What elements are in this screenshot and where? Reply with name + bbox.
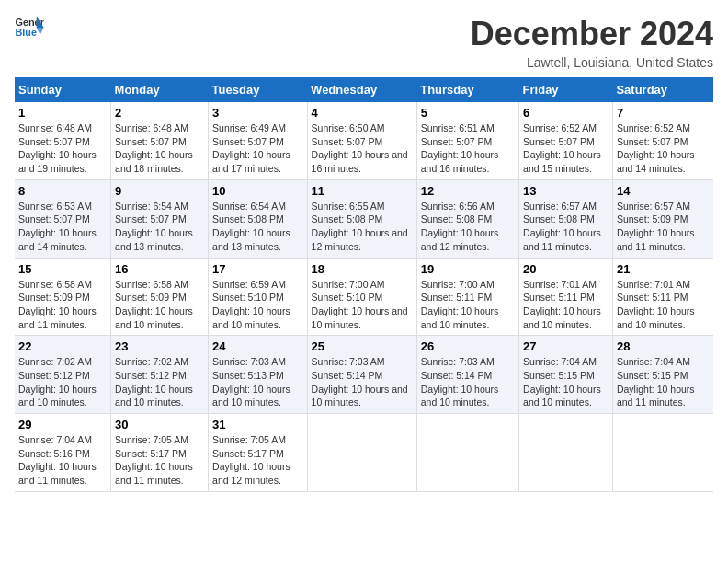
month-title: December 2024: [471, 15, 713, 53]
column-header-wednesday: Wednesday: [307, 77, 416, 102]
header-row: SundayMondayTuesdayWednesdayThursdayFrid…: [15, 77, 713, 102]
day-info: Sunrise: 6:48 AMSunset: 5:07 PMDaylight:…: [115, 121, 204, 176]
week-row-5: 29Sunrise: 7:04 AMSunset: 5:16 PMDayligh…: [15, 414, 713, 492]
day-info: Sunrise: 6:50 AMSunset: 5:07 PMDaylight:…: [312, 121, 413, 176]
column-header-sunday: Sunday: [15, 77, 111, 102]
day-info: Sunrise: 7:04 AMSunset: 5:15 PMDaylight:…: [617, 355, 710, 409]
day-number: 8: [18, 184, 107, 198]
day-info: Sunrise: 7:04 AMSunset: 5:16 PMDaylight:…: [18, 433, 107, 488]
calendar-cell: 27Sunrise: 7:04 AMSunset: 5:15 PMDayligh…: [519, 336, 613, 414]
day-info: Sunrise: 7:03 AMSunset: 5:14 PMDaylight:…: [421, 355, 515, 409]
day-number: 24: [212, 339, 303, 353]
day-info: Sunrise: 7:03 AMSunset: 5:13 PMDaylight:…: [212, 355, 303, 409]
day-info: Sunrise: 7:00 AMSunset: 5:11 PMDaylight:…: [421, 278, 515, 332]
day-info: Sunrise: 6:52 AMSunset: 5:07 PMDaylight:…: [617, 121, 710, 176]
calendar-cell: 4Sunrise: 6:50 AMSunset: 5:07 PMDaylight…: [307, 102, 416, 179]
week-row-3: 15Sunrise: 6:58 AMSunset: 5:09 PMDayligh…: [15, 258, 713, 336]
day-number: 10: [212, 184, 303, 198]
page-header: General Blue December 2024 Lawtell, Loui…: [15, 15, 713, 70]
day-number: 25: [312, 339, 413, 353]
calendar-cell: 6Sunrise: 6:52 AMSunset: 5:07 PMDaylight…: [519, 102, 613, 179]
day-info: Sunrise: 7:02 AMSunset: 5:12 PMDaylight:…: [18, 355, 107, 409]
calendar-cell: 1Sunrise: 6:48 AMSunset: 5:07 PMDaylight…: [15, 102, 111, 179]
day-info: Sunrise: 6:55 AMSunset: 5:08 PMDaylight:…: [312, 200, 413, 254]
day-info: Sunrise: 6:48 AMSunset: 5:07 PMDaylight:…: [18, 121, 107, 176]
day-info: Sunrise: 6:53 AMSunset: 5:07 PMDaylight:…: [18, 200, 107, 254]
day-number: 18: [312, 262, 413, 276]
calendar-cell: 10Sunrise: 6:54 AMSunset: 5:08 PMDayligh…: [209, 179, 308, 258]
calendar-cell: 7Sunrise: 6:52 AMSunset: 5:07 PMDaylight…: [612, 102, 713, 179]
day-number: 15: [18, 262, 107, 276]
day-number: 12: [421, 184, 515, 198]
day-number: 9: [115, 184, 204, 198]
day-info: Sunrise: 7:04 AMSunset: 5:15 PMDaylight:…: [523, 355, 609, 409]
day-number: 30: [115, 418, 204, 431]
day-number: 11: [312, 184, 413, 198]
calendar-cell: 26Sunrise: 7:03 AMSunset: 5:14 PMDayligh…: [416, 336, 518, 414]
column-header-friday: Friday: [519, 77, 613, 102]
day-number: 27: [523, 339, 609, 353]
day-info: Sunrise: 6:56 AMSunset: 5:08 PMDaylight:…: [421, 200, 515, 254]
day-info: Sunrise: 6:54 AMSunset: 5:08 PMDaylight:…: [212, 200, 303, 254]
day-number: 13: [523, 184, 609, 198]
day-number: 23: [115, 339, 204, 353]
calendar-cell: 16Sunrise: 6:58 AMSunset: 5:09 PMDayligh…: [111, 258, 209, 336]
calendar-cell: [416, 414, 518, 492]
calendar-cell: 2Sunrise: 6:48 AMSunset: 5:07 PMDaylight…: [111, 102, 209, 179]
day-number: 22: [18, 339, 107, 353]
calendar-cell: 14Sunrise: 6:57 AMSunset: 5:09 PMDayligh…: [612, 179, 713, 258]
day-number: 20: [523, 262, 609, 276]
day-info: Sunrise: 7:05 AMSunset: 5:17 PMDaylight:…: [212, 433, 303, 488]
day-number: 14: [617, 184, 710, 198]
day-number: 7: [617, 106, 710, 120]
day-info: Sunrise: 7:01 AMSunset: 5:11 PMDaylight:…: [617, 278, 710, 332]
logo-icon: General Blue: [15, 15, 44, 40]
calendar-cell: 18Sunrise: 7:00 AMSunset: 5:10 PMDayligh…: [307, 258, 416, 336]
calendar-cell: 23Sunrise: 7:02 AMSunset: 5:12 PMDayligh…: [111, 336, 209, 414]
day-number: 3: [212, 106, 303, 120]
svg-text:Blue: Blue: [15, 27, 37, 38]
calendar-cell: [612, 414, 713, 492]
day-info: Sunrise: 7:05 AMSunset: 5:17 PMDaylight:…: [115, 433, 204, 488]
day-info: Sunrise: 7:03 AMSunset: 5:14 PMDaylight:…: [312, 355, 413, 409]
day-number: 31: [212, 418, 303, 431]
calendar-cell: 5Sunrise: 6:51 AMSunset: 5:07 PMDaylight…: [416, 102, 518, 179]
day-info: Sunrise: 6:57 AMSunset: 5:09 PMDaylight:…: [617, 200, 710, 254]
week-row-4: 22Sunrise: 7:02 AMSunset: 5:12 PMDayligh…: [15, 336, 713, 414]
calendar-cell: [307, 414, 416, 492]
day-info: Sunrise: 6:52 AMSunset: 5:07 PMDaylight:…: [523, 121, 609, 176]
day-number: 26: [421, 339, 515, 353]
calendar-cell: 12Sunrise: 6:56 AMSunset: 5:08 PMDayligh…: [416, 179, 518, 258]
week-row-2: 8Sunrise: 6:53 AMSunset: 5:07 PMDaylight…: [15, 179, 713, 258]
calendar-cell: 3Sunrise: 6:49 AMSunset: 5:07 PMDaylight…: [209, 102, 308, 179]
calendar-cell: 28Sunrise: 7:04 AMSunset: 5:15 PMDayligh…: [612, 336, 713, 414]
day-number: 29: [18, 418, 107, 431]
calendar-cell: 22Sunrise: 7:02 AMSunset: 5:12 PMDayligh…: [15, 336, 111, 414]
day-info: Sunrise: 6:51 AMSunset: 5:07 PMDaylight:…: [421, 121, 515, 176]
svg-marker-3: [37, 28, 44, 35]
column-header-thursday: Thursday: [416, 77, 518, 102]
day-number: 21: [617, 262, 710, 276]
day-info: Sunrise: 6:59 AMSunset: 5:10 PMDaylight:…: [212, 278, 303, 332]
day-number: 17: [212, 262, 303, 276]
calendar-cell: [519, 414, 613, 492]
calendar-cell: 13Sunrise: 6:57 AMSunset: 5:08 PMDayligh…: [519, 179, 613, 258]
title-block: December 2024 Lawtell, Louisiana, United…: [471, 15, 713, 70]
day-info: Sunrise: 6:49 AMSunset: 5:07 PMDaylight:…: [212, 121, 303, 176]
calendar-cell: 20Sunrise: 7:01 AMSunset: 5:11 PMDayligh…: [519, 258, 613, 336]
day-number: 6: [523, 106, 609, 120]
day-info: Sunrise: 7:02 AMSunset: 5:12 PMDaylight:…: [115, 355, 204, 409]
calendar-cell: 15Sunrise: 6:58 AMSunset: 5:09 PMDayligh…: [15, 258, 111, 336]
calendar-cell: 21Sunrise: 7:01 AMSunset: 5:11 PMDayligh…: [612, 258, 713, 336]
day-number: 28: [617, 339, 710, 353]
day-number: 5: [421, 106, 515, 120]
location: Lawtell, Louisiana, United States: [471, 55, 713, 70]
column-header-tuesday: Tuesday: [209, 77, 308, 102]
calendar-cell: 30Sunrise: 7:05 AMSunset: 5:17 PMDayligh…: [111, 414, 209, 492]
day-number: 19: [421, 262, 515, 276]
day-info: Sunrise: 7:01 AMSunset: 5:11 PMDaylight:…: [523, 278, 609, 332]
week-row-1: 1Sunrise: 6:48 AMSunset: 5:07 PMDaylight…: [15, 102, 713, 179]
calendar-cell: 11Sunrise: 6:55 AMSunset: 5:08 PMDayligh…: [307, 179, 416, 258]
day-info: Sunrise: 6:57 AMSunset: 5:08 PMDaylight:…: [523, 200, 609, 254]
logo: General Blue: [15, 15, 44, 40]
